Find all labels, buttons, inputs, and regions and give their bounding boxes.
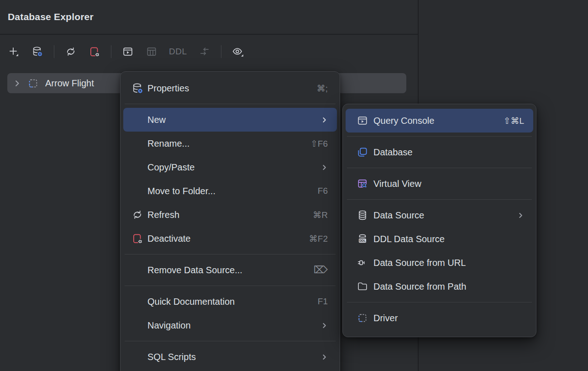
submenu-arrow-icon (321, 164, 328, 171)
deactivate-icon (131, 232, 144, 245)
menu-item-refresh[interactable]: Refresh ⌘R (121, 203, 340, 227)
menu-item-copy-paste[interactable]: Copy/Paste (121, 155, 340, 179)
menu-item-label: Virtual View (373, 179, 524, 189)
menu-item-label: Move to Folder... (147, 186, 318, 196)
submenu-item-query-console[interactable]: Query Console ⇧⌘L (346, 109, 533, 132)
menu-item-label: Data Source from URL (373, 258, 524, 268)
menu-item-navigation[interactable]: Navigation (121, 313, 340, 337)
jump-to-query-console-button[interactable] (121, 44, 135, 59)
submenu-item-ddl-data-source[interactable]: DDL DDL Data Source (343, 227, 536, 251)
delete-right-icon: ⌦ (314, 265, 328, 275)
submenu-item-data-source-from-path[interactable]: Data Source from Path (343, 275, 536, 298)
menu-item-label: Driver (373, 313, 524, 323)
plug-icon (357, 256, 368, 269)
menu-separator (347, 302, 532, 302)
plus-icon (8, 46, 20, 58)
toolbar-separator (54, 45, 54, 58)
database-schema-icon (357, 146, 368, 159)
menu-item-remove-data-source[interactable]: Remove Data Source... ⌦ (121, 258, 340, 282)
menu-separator (347, 168, 532, 168)
database-icon (357, 209, 368, 222)
menu-item-properties[interactable]: Properties ⌘; (121, 76, 340, 100)
table-editor-button[interactable] (144, 44, 159, 59)
menu-item-label: Query Console (373, 116, 504, 126)
menu-item-label: Copy/Paste (147, 162, 321, 173)
menu-separator (125, 254, 336, 254)
shortcut-label: F6 (318, 186, 328, 196)
submenu-arrow-icon (321, 117, 328, 123)
refresh-button[interactable] (63, 44, 78, 59)
submenu-arrow-icon (321, 354, 328, 360)
database-gear-icon (131, 82, 144, 95)
database-gear-icon (31, 46, 43, 58)
menu-item-label: Properties (147, 83, 317, 94)
menu-item-label: Deactivate (147, 233, 309, 244)
context-menu: Properties ⌘; New Rename... ⇧F6 Copy/Pas… (120, 71, 340, 371)
svg-text:DDL: DDL (359, 239, 366, 242)
deactivate-button[interactable] (87, 44, 102, 59)
eye-icon (231, 46, 244, 58)
jump-arrows-icon (199, 46, 210, 58)
ddl-label: DDL (169, 47, 187, 57)
menu-item-label: Database (373, 147, 524, 158)
menu-separator (125, 104, 336, 104)
shortcut-label: ⇧F6 (310, 138, 328, 149)
view-options-button[interactable] (231, 44, 245, 59)
menu-item-label: SQL Scripts (147, 352, 321, 362)
data-source-properties-button[interactable] (30, 44, 45, 59)
menu-item-new[interactable]: New (123, 108, 337, 132)
submenu-item-database[interactable]: Database (343, 140, 536, 164)
submenu-arrow-icon (321, 322, 328, 329)
menu-item-quick-documentation[interactable]: Quick Documentation F1 (121, 290, 340, 313)
menu-item-label: DDL Data Source (373, 234, 524, 244)
shortcut-label: ⌘R (313, 210, 328, 220)
menu-item-move-to-folder[interactable]: Move to Folder... F6 (121, 179, 340, 203)
driver-icon (357, 312, 368, 324)
toolbar-separator (221, 45, 221, 58)
page-title: Database Explorer (8, 11, 94, 22)
submenu-item-driver[interactable]: Driver (343, 306, 536, 330)
chevron-right-icon[interactable] (13, 80, 21, 87)
shortcut-label: ⇧⌘L (504, 116, 525, 126)
menu-separator (125, 286, 336, 286)
menu-item-label: Rename... (147, 138, 310, 149)
deactivate-icon (89, 46, 100, 58)
toolbar-separator (111, 45, 111, 58)
query-console-icon (122, 46, 134, 58)
ddl-database-icon: DDL (357, 233, 368, 245)
query-console-icon (357, 114, 368, 127)
new-submenu: Query Console ⇧⌘L Database (342, 104, 536, 337)
shortcut-label: ⌘F2 (309, 233, 328, 244)
ddl-preview-button[interactable]: DDL (168, 44, 188, 59)
refresh-icon (131, 208, 144, 221)
menu-separator (347, 199, 532, 200)
menu-item-sql-scripts[interactable]: SQL Scripts (121, 345, 340, 369)
add-button[interactable] (6, 44, 21, 59)
tree-item-label: Arrow Flight (45, 78, 94, 89)
submenu-arrow-icon (517, 212, 524, 219)
shortcut-label: F1 (318, 297, 328, 307)
submenu-item-data-source[interactable]: Data Source (343, 203, 536, 227)
menu-item-deactivate[interactable]: Deactivate ⌘F2 (121, 227, 340, 250)
submenu-item-virtual-view[interactable]: Virtual View (343, 172, 536, 196)
database-explorer-toolbar: DDL (0, 37, 418, 67)
folder-icon (357, 280, 368, 293)
table-icon (146, 46, 158, 58)
menu-item-label: Refresh (147, 210, 313, 220)
shortcut-label: ⌘; (317, 83, 328, 94)
menu-item-label: New (147, 115, 321, 125)
virtual-view-icon (357, 177, 368, 190)
menu-separator (125, 341, 336, 341)
menu-item-label: Data Source (373, 210, 517, 221)
menu-item-label: Remove Data Source... (147, 265, 314, 276)
jump-to-console-button[interactable] (197, 44, 212, 59)
menu-item-label: Quick Documentation (147, 297, 318, 307)
driver-icon (27, 77, 39, 90)
menu-item-rename[interactable]: Rename... ⇧F6 (121, 132, 340, 155)
tool-window-header: Database Explorer (0, 0, 418, 35)
menu-item-label: Navigation (147, 320, 321, 331)
menu-item-label: Data Source from Path (373, 281, 524, 292)
submenu-item-data-source-from-url[interactable]: Data Source from URL (343, 251, 536, 275)
refresh-icon (65, 46, 77, 58)
menu-separator (347, 136, 532, 137)
